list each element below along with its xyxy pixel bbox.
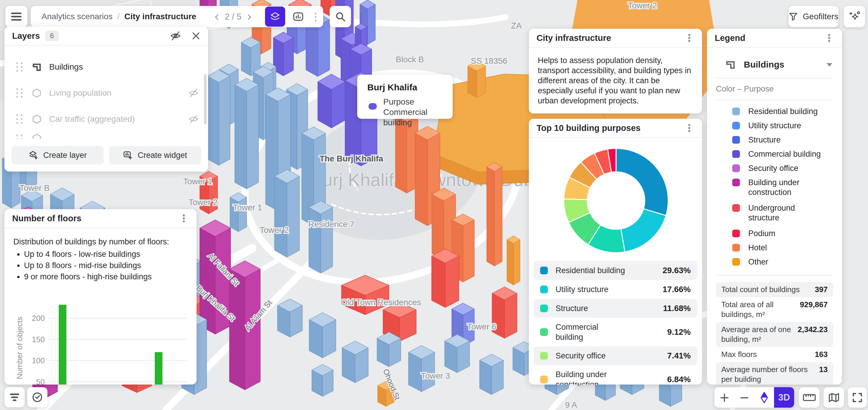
legend-swatch xyxy=(732,258,740,266)
geofilters-button[interactable]: Geofilters xyxy=(788,6,838,27)
close-icon[interactable] xyxy=(191,31,200,40)
donut-slice[interactable] xyxy=(621,209,666,252)
purpose-value: 6.84% xyxy=(667,375,691,384)
purposes-donut-chart[interactable] xyxy=(529,138,702,260)
breadcrumb-page: City infrastructure xyxy=(124,12,196,21)
floors-bar-chart[interactable]: 050100150200Number of objects xyxy=(13,284,188,384)
infra-panel-header: City infrastructure ⋮ xyxy=(529,29,702,48)
map-filter-button[interactable] xyxy=(4,387,25,407)
create-layer-button[interactable]: Create layer xyxy=(11,146,104,164)
eye-off-icon[interactable] xyxy=(188,88,199,98)
visibility-toggle-icon[interactable] xyxy=(169,31,181,41)
floors-panel-title: Number of floors xyxy=(12,214,82,224)
compass-button[interactable] xyxy=(754,387,774,408)
infra-panel-body: Helps to assess population density, tran… xyxy=(529,48,702,113)
layer-item-buildings[interactable]: Buildings xyxy=(4,54,208,80)
svg-text:Tower 6: Tower 6 xyxy=(467,322,496,331)
basemap-button[interactable] xyxy=(824,387,844,408)
ruler-button[interactable] xyxy=(799,387,819,408)
bar[interactable] xyxy=(59,305,66,384)
svg-text:SS 18356: SS 18356 xyxy=(471,56,507,65)
svg-text:200: 200 xyxy=(32,314,45,322)
purpose-label: Structure xyxy=(556,300,588,316)
purposes-panel-title: Top 10 building purposes xyxy=(536,123,641,133)
legend-entry: Structure xyxy=(707,135,842,149)
map-zoom-controls: + − 3D xyxy=(714,387,795,408)
buildings-layer-icon xyxy=(31,62,42,72)
layers-scrollbar[interactable] xyxy=(204,74,207,125)
purpose-value: 29.63% xyxy=(662,266,691,275)
legend-panel: Legend ⋮ Buildings Color – Purpose Resid… xyxy=(707,29,842,384)
topbar-kebab-button[interactable]: ⋮ xyxy=(308,6,323,27)
layers-panel: Layers 6 Buildings Living population xyxy=(4,27,208,172)
hamburger-menu-button[interactable] xyxy=(5,6,27,27)
layer-item-living-population[interactable]: Living population xyxy=(4,80,208,106)
create-layer-label: Create layer xyxy=(43,151,87,160)
svg-text:Tower 2: Tower 2 xyxy=(189,198,218,207)
purpose-row[interactable]: Security office 7.41% xyxy=(534,346,697,365)
svg-text:The Burj Khalifa: The Burj Khalifa xyxy=(319,154,383,163)
kebab-icon[interactable]: ⋮ xyxy=(684,123,694,133)
clock-icon xyxy=(31,391,43,403)
svg-text:100: 100 xyxy=(32,356,45,365)
create-widget-button[interactable]: Create widget xyxy=(109,146,201,164)
drag-handle-icon[interactable] xyxy=(16,88,23,98)
layers-toggle-button[interactable] xyxy=(265,6,285,27)
kebab-icon[interactable]: ⋮ xyxy=(824,33,834,43)
layer-item-label: Living population xyxy=(49,88,112,98)
map-icon xyxy=(828,392,840,403)
purpose-row[interactable]: Building under construction 6.84% xyxy=(534,365,697,384)
legend-entry: Underground structure xyxy=(707,203,842,229)
breadcrumb-section[interactable]: Analytics scenarios xyxy=(41,12,113,21)
widgets-button[interactable] xyxy=(288,6,308,27)
purpose-row[interactable]: Structure 11.68% xyxy=(534,299,697,318)
eye-off-icon[interactable] xyxy=(188,114,199,124)
floors-bullet: Up to 4 floors - low-rise buildings xyxy=(24,249,188,260)
search-button[interactable] xyxy=(330,6,351,27)
chevron-down-icon xyxy=(826,62,833,67)
kebab-icon[interactable]: ⋮ xyxy=(179,213,189,224)
stat-value: 13 xyxy=(813,365,828,384)
zoom-in-button[interactable]: + xyxy=(714,387,734,408)
legend-entry: Building under construction xyxy=(707,178,842,203)
purpose-swatch xyxy=(540,285,548,293)
stat-row: Average number of floors per building13 xyxy=(716,362,833,384)
zoom-out-button[interactable]: − xyxy=(734,387,754,408)
kebab-icon[interactable]: ⋮ xyxy=(684,33,694,43)
create-widget-label: Create widget xyxy=(137,151,187,160)
layer-item-label: Car traffic (aggregated) xyxy=(49,114,135,124)
floors-panel-header: Number of floors ⋮ xyxy=(4,209,196,228)
purpose-row[interactable]: Utility structure 17.66% xyxy=(534,280,697,299)
svg-text:ZA: ZA xyxy=(511,21,522,30)
donut-slice[interactable] xyxy=(616,148,668,215)
purpose-row[interactable]: Residential building 29.63% xyxy=(534,261,697,280)
svg-text:Residence 7: Residence 7 xyxy=(308,219,354,229)
history-button[interactable] xyxy=(27,387,48,407)
layers-panel-title: Layers xyxy=(12,31,40,41)
drag-handle-icon[interactable] xyxy=(16,114,23,124)
purpose-value: 11.68% xyxy=(663,304,691,313)
legend-swatch xyxy=(732,136,740,144)
hamburger-icon xyxy=(11,12,22,21)
drag-handle-icon[interactable] xyxy=(16,62,23,72)
infra-panel-title: City infrastructure xyxy=(536,33,611,43)
bar[interactable] xyxy=(155,352,162,384)
legend-stats: Total count of buildings397 Total area o… xyxy=(707,282,842,384)
purpose-row[interactable]: Commercial building 9.12% xyxy=(534,318,697,346)
floors-description: Distribution of buildings by number of f… xyxy=(4,228,196,282)
legend-entry: Utility structure xyxy=(707,121,842,135)
ai-assistant-button[interactable] xyxy=(844,6,865,27)
legend-swatch xyxy=(732,179,740,186)
stat-value: 929,867 xyxy=(794,300,828,319)
building-purposes-panel: Top 10 building purposes ⋮ Residential b… xyxy=(529,119,702,384)
layer-item-car-traffic[interactable]: Car traffic (aggregated) xyxy=(4,106,208,132)
stat-value: 163 xyxy=(809,349,828,360)
kebab-icon: ⋮ xyxy=(311,11,321,22)
legend-layer-selector[interactable]: Buildings xyxy=(707,48,842,78)
fullscreen-button[interactable] xyxy=(848,387,867,408)
purpose-swatch xyxy=(540,376,548,383)
legend-entry: Residential building xyxy=(707,107,842,121)
3d-mode-button[interactable]: 3D xyxy=(774,387,794,408)
svg-text:Tower 1: Tower 1 xyxy=(183,177,212,186)
svg-text:Tower 1: Tower 1 xyxy=(233,203,262,212)
